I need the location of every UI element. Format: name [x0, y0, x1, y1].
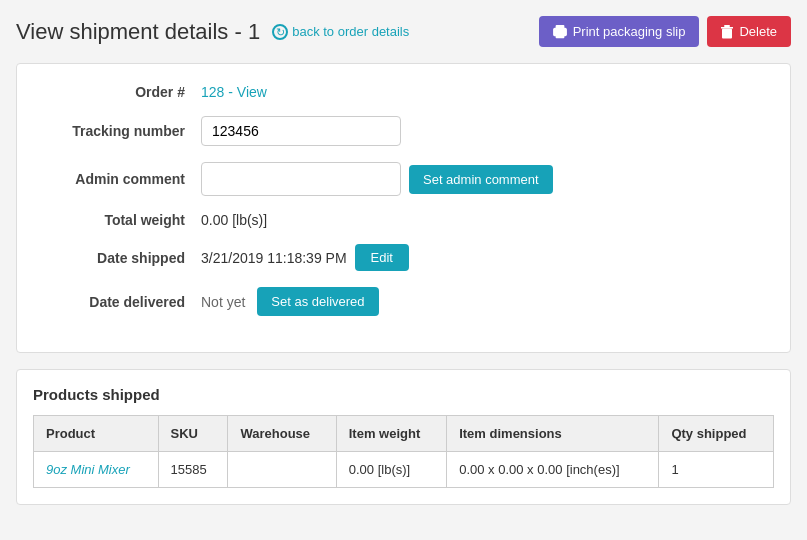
order-link[interactable]: 128 - View: [201, 84, 267, 100]
table-row: 9oz Mini Mixer155850.00 [lb(s)]0.00 x 0.…: [34, 452, 774, 488]
admin-comment-value: Set admin comment: [201, 162, 766, 196]
tracking-value: [201, 116, 766, 146]
cell-warehouse: [228, 452, 336, 488]
trash-icon: [721, 25, 733, 39]
order-value: 128 - View: [201, 84, 766, 100]
col-item-dimensions: Item dimensions: [447, 416, 659, 452]
svg-rect-3: [555, 32, 564, 37]
admin-comment-label: Admin comment: [41, 171, 201, 187]
tracking-input[interactable]: [201, 116, 401, 146]
back-to-order-link[interactable]: ↻ back to order details: [272, 24, 409, 40]
header-buttons: Print packaging slip Delete: [539, 16, 791, 47]
cell-qty-shipped: 1: [659, 452, 774, 488]
date-shipped-text: 3/21/2019 11:18:39 PM: [201, 250, 347, 266]
edit-date-shipped-button[interactable]: Edit: [355, 244, 409, 271]
admin-comment-input[interactable]: [201, 162, 401, 196]
tracking-row: Tracking number: [41, 116, 766, 146]
delete-button[interactable]: Delete: [707, 16, 791, 47]
product-link[interactable]: 9oz Mini Mixer: [46, 462, 130, 477]
print-icon: [553, 25, 567, 39]
total-weight-text: 0.00 [lb(s)]: [201, 212, 267, 228]
back-arrow-icon: ↻: [272, 24, 288, 40]
cell-item-weight: 0.00 [lb(s)]: [336, 452, 446, 488]
print-packaging-slip-button[interactable]: Print packaging slip: [539, 16, 700, 47]
detail-card: Order # 128 - View Tracking number Admin…: [16, 63, 791, 353]
svg-rect-5: [724, 25, 730, 27]
header-left: View shipment details - 1 ↻ back to orde…: [16, 19, 409, 45]
table-header-row: Product SKU Warehouse Item weight Item d…: [34, 416, 774, 452]
date-shipped-row: Date shipped 3/21/2019 11:18:39 PM Edit: [41, 244, 766, 271]
date-shipped-value: 3/21/2019 11:18:39 PM Edit: [201, 244, 766, 271]
cell-product: 9oz Mini Mixer: [34, 452, 159, 488]
total-weight-value: 0.00 [lb(s)]: [201, 212, 766, 228]
page-header: View shipment details - 1 ↻ back to orde…: [16, 16, 791, 47]
order-label: Order #: [41, 84, 201, 100]
svg-rect-6: [722, 28, 732, 38]
date-shipped-label: Date shipped: [41, 250, 201, 266]
col-sku: SKU: [158, 416, 228, 452]
not-yet-text: Not yet: [201, 294, 245, 310]
col-warehouse: Warehouse: [228, 416, 336, 452]
admin-comment-row: Admin comment Set admin comment: [41, 162, 766, 196]
col-product: Product: [34, 416, 159, 452]
tracking-label: Tracking number: [41, 123, 201, 139]
col-qty-shipped: Qty shipped: [659, 416, 774, 452]
date-delivered-value: Not yet Set as delivered: [201, 287, 766, 316]
date-delivered-label: Date delivered: [41, 294, 201, 310]
date-delivered-row: Date delivered Not yet Set as delivered: [41, 287, 766, 316]
set-admin-comment-button[interactable]: Set admin comment: [409, 165, 553, 194]
products-table: Product SKU Warehouse Item weight Item d…: [33, 415, 774, 488]
products-section-title: Products shipped: [33, 386, 774, 403]
set-as-delivered-button[interactable]: Set as delivered: [257, 287, 378, 316]
cell-sku: 15585: [158, 452, 228, 488]
cell-item-dimensions: 0.00 x 0.00 x 0.00 [inch(es)]: [447, 452, 659, 488]
col-item-weight: Item weight: [336, 416, 446, 452]
total-weight-label: Total weight: [41, 212, 201, 228]
order-row: Order # 128 - View: [41, 84, 766, 100]
page-title: View shipment details - 1: [16, 19, 260, 45]
products-section: Products shipped Product SKU Warehouse I…: [16, 369, 791, 505]
total-weight-row: Total weight 0.00 [lb(s)]: [41, 212, 766, 228]
svg-rect-4: [721, 27, 733, 29]
